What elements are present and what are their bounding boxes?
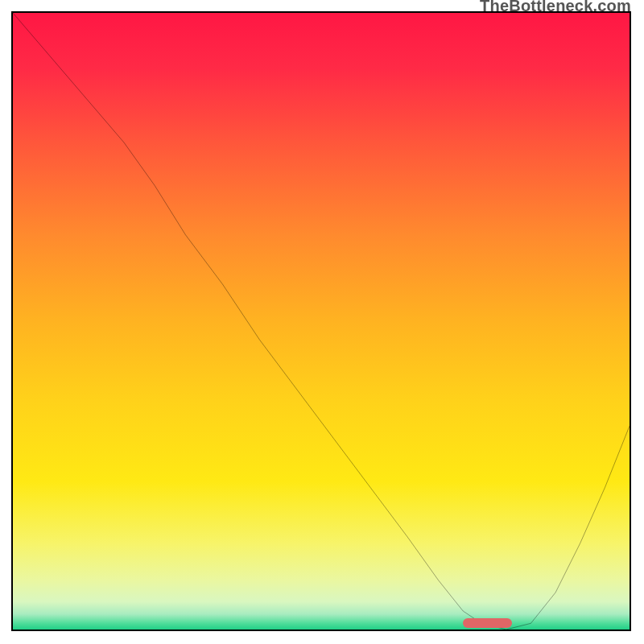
plot-area	[11, 11, 631, 631]
bottleneck-curve	[13, 13, 630, 630]
optimal-range-marker	[463, 618, 512, 628]
chart-frame: TheBottleneck.com	[0, 0, 644, 644]
